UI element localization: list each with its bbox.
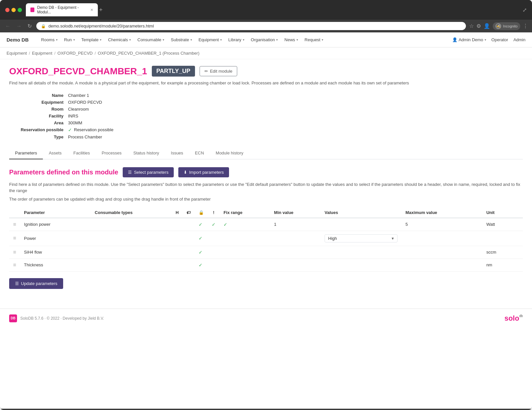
footer: DB SoloDB 5.7.6 · © 2022 · Developed by … [0, 309, 532, 328]
values-dropdown[interactable]: High ▾ [325, 234, 398, 242]
tab-parameters[interactable]: Parameters [9, 147, 43, 159]
parameter-name-cell: Thickness [20, 258, 91, 271]
drag-handle-cell[interactable]: ≡ [9, 231, 20, 246]
h-cell [172, 258, 183, 271]
drag-handle-cell[interactable]: ≡ [9, 246, 20, 258]
incognito-badge: 🕵 Incognito [493, 22, 520, 30]
star-icon[interactable]: ☆ [469, 23, 474, 29]
drag-handle-icon[interactable]: ≡ [13, 262, 16, 268]
tab-status-history[interactable]: Status history [128, 147, 165, 159]
lock-check-icon: ✓ [199, 250, 203, 255]
excl-cell: ✓ [208, 218, 220, 231]
breadcrumb-oxford-pecvd[interactable]: OXFORD_PECVD [58, 51, 93, 56]
tab-assets[interactable]: Assets [43, 147, 67, 159]
user-icon: 👤 [452, 37, 457, 42]
update-parameters-button[interactable]: ☰ Update parameters [9, 278, 63, 289]
table-row: ≡ SiH4 flow ✓ [9, 246, 523, 258]
parameters-table: Parameter Consumable types H 🏷 🔒 ! [9, 207, 523, 272]
drag-handle-icon[interactable]: ≡ [13, 235, 16, 241]
detail-type: Type Process Chamber [9, 134, 523, 139]
menu-icon[interactable]: ⋮ [523, 23, 528, 29]
import-parameters-button[interactable]: ⬇ Import parameters [178, 167, 229, 177]
nav-news[interactable]: News ▾ [281, 33, 301, 47]
edit-module-button[interactable]: ✏ Edit module [200, 66, 238, 76]
chevron-down-icon: ▾ [322, 38, 323, 42]
nav-equipment[interactable]: Equipment ▾ [195, 33, 225, 47]
back-button[interactable]: ← [4, 22, 12, 30]
top-navigation: Demo DB Rooms ▾ Run ▾ Template ▾ Chemica… [0, 32, 532, 47]
lock-check-icon: ✓ [199, 262, 203, 268]
parameters-note: The order of parameters can be updated w… [9, 197, 523, 202]
parameters-section-header: Parameters defined on this module ☰ Sele… [9, 167, 523, 177]
close-dot[interactable] [5, 8, 9, 12]
incognito-icon: 🕵 [495, 23, 501, 29]
nav-library[interactable]: Library ▾ [225, 33, 248, 47]
excl-cell [208, 231, 220, 246]
nav-chemicals[interactable]: Chemicals ▾ [105, 33, 134, 47]
expand-button[interactable]: ⤢ [523, 7, 527, 13]
address-bar[interactable]: 🔒 demo.solodb.net/equipment/module/20/pa… [36, 22, 466, 30]
select-parameters-button[interactable]: ☰ Select parameters [123, 167, 174, 177]
nav-admin[interactable]: Admin [513, 37, 525, 42]
drag-handle-cell[interactable]: ≡ [9, 258, 20, 271]
min-value-cell [270, 231, 321, 246]
nav-organisation[interactable]: Organisation ▾ [248, 33, 281, 47]
url-text: demo.solodb.net/equipment/module/20/para… [48, 24, 154, 28]
values-cell[interactable]: High ▾ [321, 231, 401, 246]
h-cell [172, 246, 183, 258]
drag-handle-cell[interactable]: ≡ [9, 218, 20, 231]
tab-issues[interactable]: Issues [165, 147, 189, 159]
excl-cell [208, 246, 220, 258]
col-h-header: H [172, 207, 183, 218]
brand-logo[interactable]: Demo DB [7, 32, 35, 47]
chevron-down-icon: ▾ [276, 38, 278, 42]
nav-rooms[interactable]: Rooms ▾ [38, 33, 61, 47]
tab-processes[interactable]: Processes [96, 147, 128, 159]
active-tab[interactable]: Demo DB - Equipment - Modul... ✕ [26, 3, 98, 16]
download-icon: ⬇ [184, 170, 187, 175]
tab-close-button[interactable]: ✕ [90, 8, 93, 12]
forward-button[interactable]: → [15, 22, 23, 30]
lock-check-icon: ✓ [199, 222, 203, 227]
breadcrumb-equipment-root[interactable]: Equipment [7, 51, 27, 56]
maximize-dot[interactable] [18, 8, 22, 12]
nav-request[interactable]: Request ▾ [301, 33, 327, 47]
detail-type-value: Process Chamber [68, 134, 102, 139]
nav-admin-demo[interactable]: 👤 Admin Demo ▾ [452, 37, 486, 42]
nav-run[interactable]: Run ▾ [61, 33, 78, 47]
chevron-down-icon: ▾ [129, 38, 131, 42]
breadcrumb-equipment[interactable]: Equipment [32, 51, 52, 56]
nav-operator[interactable]: Operator [491, 37, 508, 42]
footer-version: SoloDB 5.7.6 · © 2022 · Developed by Jie… [20, 316, 104, 321]
drag-handle-icon[interactable]: ≡ [13, 222, 16, 227]
detail-reservation: Reservation possible ✓ Reservation possi… [9, 127, 523, 133]
chevron-down-icon: ▾ [73, 38, 75, 42]
detail-name: Name Chamber 1 [9, 93, 523, 98]
lock-col-icon: 🔒 [199, 210, 204, 215]
browser-window: Demo DB - Equipment - Modul... ✕ + ⤢ ← →… [0, 0, 532, 410]
table-row: ≡ Ignition power ✓ ✓ [9, 218, 523, 231]
col-drag-header [9, 207, 20, 218]
detail-room: Room Cleanroom [9, 107, 523, 112]
tab-module-history[interactable]: Module history [210, 147, 249, 159]
drag-handle-icon[interactable]: ≡ [13, 249, 16, 255]
tab-ecn[interactable]: ECN [189, 147, 210, 159]
detail-name-value: Chamber 1 [68, 93, 89, 98]
nav-template[interactable]: Template ▾ [78, 33, 105, 47]
consumable-types-cell [91, 231, 172, 246]
tag-cell [183, 231, 195, 246]
profile-icon[interactable]: 👤 [484, 23, 490, 29]
unit-cell: Watt [482, 218, 523, 231]
footer-logo: solodb [505, 314, 523, 323]
tab-facilities[interactable]: Facilities [67, 147, 96, 159]
refresh-button[interactable]: ↻ [26, 22, 33, 30]
minimize-dot[interactable] [11, 8, 16, 12]
new-tab-button[interactable]: + [99, 7, 103, 13]
parameter-name-cell: Ignition power [20, 218, 91, 231]
extension-icon[interactable]: ⚙ [476, 23, 481, 29]
nav-consumable[interactable]: Consumable ▾ [134, 33, 168, 47]
nav-substrate[interactable]: Substrate ▾ [168, 33, 195, 47]
max-value-cell: 5 [401, 218, 482, 231]
parameter-name-cell: Power [20, 231, 91, 246]
tag-cell [183, 246, 195, 258]
